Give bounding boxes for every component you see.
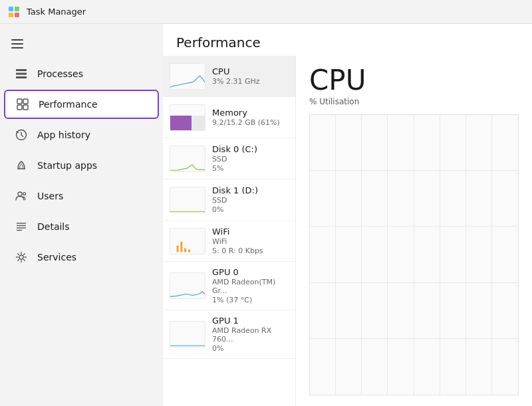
chart-cell [440,171,466,227]
resource-item-wifi[interactable]: WiFi WiFi S: 0 R: 0 Kbps [163,221,295,262]
memory-info: Memory 9.2/15.2 GB (61%) [212,108,289,127]
svg-rect-2 [9,13,13,17]
cpu-mini-chart [170,63,205,90]
wifi-sub1: WiFi [212,237,289,246]
main-layout: Processes Performance [0,24,532,406]
chart-cell [414,227,440,282]
svg-rect-5 [11,43,23,45]
gpu0-sub1: AMD Radeon(TM) Gr... [212,278,289,295]
users-icon [15,189,28,203]
svg-rect-10 [17,99,22,104]
sidebar-item-details-label: Details [37,221,70,232]
performance-icon [16,98,29,111]
sidebar-item-services[interactable]: Services [4,243,159,272]
content-area: Performance CPU 3% 2.31 GHz [163,24,532,406]
memory-sub: 9.2/15.2 GB (61%) [212,118,289,127]
memory-name: Memory [212,108,289,118]
processes-icon [15,67,28,80]
resource-item-disk0[interactable]: Disk 0 (C:) SSD 5% [163,138,295,179]
svg-rect-4 [11,39,23,41]
chart-cell [466,339,492,395]
chart-cell [388,115,414,171]
chart-cell [440,339,466,395]
services-icon [15,251,28,264]
chart-cell [440,283,466,339]
svg-rect-3 [15,13,19,17]
chart-cell [492,115,518,171]
chart-cell [466,283,492,339]
sidebar-item-details[interactable]: Details [4,212,159,241]
content-header: Performance [163,24,532,56]
sidebar-item-services-label: Services [37,252,76,262]
sidebar-item-performance[interactable]: Performance [4,90,159,119]
detail-panel: CPU % Utilisation [296,56,532,406]
sidebar-item-users[interactable]: Users [4,181,159,211]
resource-list: CPU 3% 2.31 GHz Memory 9.2/15.2 GB (61%) [163,56,296,406]
wifi-name: WiFi [212,227,289,237]
chart-cell [466,171,492,227]
chart-cell [414,171,440,227]
disk1-mini-chart [170,187,205,213]
cpu-sub: 3% 2.31 GHz [212,77,289,86]
hamburger-icon [11,39,23,49]
performance-chart [309,114,519,395]
resource-item-memory[interactable]: Memory 9.2/15.2 GB (61%) [163,97,295,138]
sidebar-item-app-history[interactable]: App history [4,120,159,150]
chart-cell [336,283,362,339]
disk0-name: Disk 0 (C:) [212,144,289,154]
wifi-mini-chart [170,228,205,254]
sidebar-item-app-history-label: App history [37,130,90,140]
svg-rect-8 [16,73,27,75]
chart-cell [310,171,336,227]
sidebar-item-startup-apps-label: Startup apps [37,160,97,171]
svg-rect-9 [16,76,27,78]
chart-cell [362,339,388,395]
chart-cell [388,171,414,227]
resource-item-cpu[interactable]: CPU 3% 2.31 GHz [163,56,295,97]
gpu0-sub2: 1% (37 °C) [212,296,289,304]
disk0-sub1: SSD [212,155,289,163]
app-history-icon [15,128,28,142]
sidebar-item-processes[interactable]: Processes [4,59,159,88]
gpu0-mini-chart [170,272,205,299]
chart-cell [362,115,388,171]
disk0-info: Disk 0 (C:) SSD 5% [212,144,289,173]
svg-rect-23 [177,245,179,252]
chart-cell [388,283,414,339]
chart-cell [336,115,362,171]
cpu-info: CPU 3% 2.31 GHz [212,66,289,86]
gpu0-name: GPU 0 [212,267,289,277]
chart-cell [466,227,492,282]
svg-point-17 [23,193,26,195]
svg-rect-0 [9,7,13,11]
sidebar-item-startup-apps[interactable]: Startup apps [4,151,159,180]
memory-mini-chart [170,104,205,131]
chart-cell [492,339,518,395]
gpu1-mini-chart [170,321,205,348]
chart-cell [310,283,336,339]
svg-point-22 [19,255,23,259]
disk1-sub2: 0% [212,205,289,214]
svg-rect-13 [23,105,28,110]
chart-cell [414,283,440,339]
cpu-name: CPU [212,66,289,76]
sidebar: Processes Performance [0,24,163,406]
svg-rect-1 [15,7,19,11]
resource-item-gpu0[interactable]: GPU 0 AMD Radeon(TM) Gr... 1% (37 °C) [163,262,295,310]
content-body: CPU 3% 2.31 GHz Memory 9.2/15.2 GB (61%) [163,56,532,406]
resource-item-disk1[interactable]: Disk 1 (D:) SSD 0% [163,179,295,221]
memory-bar-fill [170,116,192,130]
startup-icon [15,159,28,172]
sidebar-item-users-label: Users [37,191,63,201]
chart-cell [336,171,362,227]
svg-rect-12 [17,105,22,110]
svg-rect-25 [184,248,186,252]
wifi-info: WiFi WiFi S: 0 R: 0 Kbps [212,227,289,255]
chart-cell [362,227,388,282]
hamburger-button[interactable] [5,32,29,56]
chart-cell [388,227,414,282]
svg-point-16 [18,192,22,196]
resource-item-gpu1[interactable]: GPU 1 AMD Radeon RX 760... 0% [163,310,295,359]
chart-cell [492,171,518,227]
disk1-name: Disk 1 (D:) [212,185,289,195]
